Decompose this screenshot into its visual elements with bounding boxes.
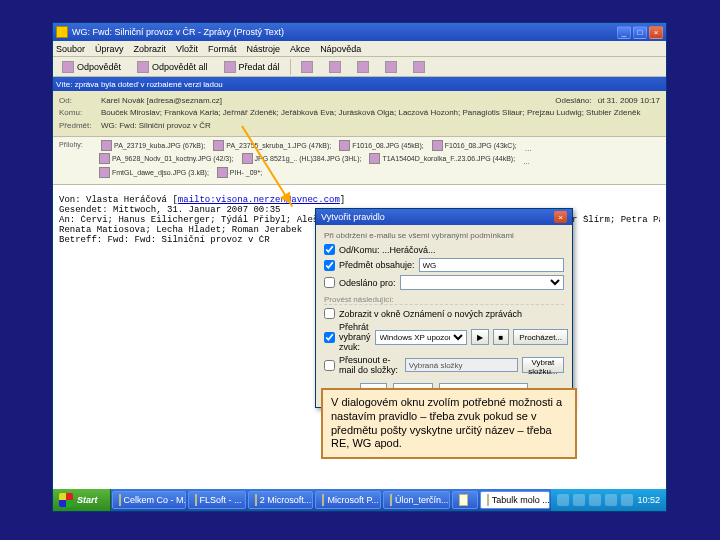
banner-label: Víte: zpráva byla doteď v rozbalené verz… xyxy=(56,80,223,89)
sent-value: út 31. 2009 10:17 xyxy=(598,96,660,106)
callout-box: V dialogovém oknu zvolím potřebné možnos… xyxy=(321,388,577,459)
minimize-button[interactable]: _ xyxy=(617,26,631,39)
print-icon xyxy=(301,61,313,73)
app-task-icon xyxy=(487,494,489,506)
sent-label: Odesláno: xyxy=(555,96,591,106)
attachment-item[interactable]: PA_23755_skruba_1.JPG (47kB); xyxy=(213,140,331,151)
tray-icon[interactable] xyxy=(557,494,569,506)
help-icon xyxy=(413,61,425,73)
attachment-item[interactable]: PIH- _09*; xyxy=(217,167,262,178)
menu-format[interactable]: Formát xyxy=(208,44,237,54)
titlebar: WG: Fwd: Silniční provoz v ČR - Zprávy (… xyxy=(53,23,666,41)
sound-stop-button[interactable]: ■ xyxy=(493,329,510,345)
attachment-item[interactable]: PIH.4978.JPG070_withs.JPG (44kB); xyxy=(523,153,652,164)
task-item[interactable]: Celkem Co - M... xyxy=(112,491,186,509)
subject-checkbox[interactable] xyxy=(324,260,335,271)
reply-all-icon xyxy=(137,61,149,73)
start-button[interactable]: Start xyxy=(53,489,111,511)
forward-icon xyxy=(224,61,236,73)
forward-button[interactable]: Předat dál xyxy=(218,59,286,75)
tray-icon[interactable] xyxy=(573,494,585,506)
email-link[interactable]: mailto:visona.nerzen@avnec.com xyxy=(178,195,340,205)
reply-all-label: Odpovědět all xyxy=(152,62,208,72)
from-label: Od: xyxy=(59,96,95,106)
toolbar: Odpovědět Odpovědět all Předat dál xyxy=(53,57,666,77)
message-header: Od: Karel Novák [adresa@seznam.cz] Odesl… xyxy=(53,91,666,137)
sound-select[interactable]: Windows XP upozor... xyxy=(375,330,467,345)
system-tray: 10:52 xyxy=(551,489,666,511)
sound-play-button[interactable]: ▶ xyxy=(471,329,489,345)
task-item[interactable]: Úlon_terčín... xyxy=(383,491,450,509)
from-checkbox-label: Od/Komu: ...Heráčová... xyxy=(339,245,436,255)
app-task-icon xyxy=(119,494,121,506)
sound-checkbox[interactable] xyxy=(324,332,335,343)
choose-folder-button[interactable]: Vybrat složku... xyxy=(522,357,564,373)
dialog-title: Vytvořit pravidlo xyxy=(321,212,385,222)
attachment-item[interactable]: PA_9628_Nodv_01_koctny.JPG (42/3); xyxy=(99,153,234,164)
start-label: Start xyxy=(77,495,98,505)
menu-file[interactable]: Soubor xyxy=(56,44,85,54)
maximize-button[interactable]: □ xyxy=(633,26,647,39)
menu-actions[interactable]: Akce xyxy=(290,44,310,54)
from-checkbox[interactable] xyxy=(324,244,335,255)
task-item-active[interactable]: Tabulk molo ... xyxy=(480,491,551,509)
task-item[interactable]: Microsoft P... xyxy=(315,491,381,509)
move-label: Přesunout e-mail do složky: xyxy=(339,355,401,375)
body-line: Von: Vlasta Heráčová [mailto:visona.nerz… xyxy=(59,195,660,205)
menu-edit[interactable]: Úpravy xyxy=(95,44,124,54)
task-item[interactable] xyxy=(452,491,478,509)
close-button[interactable]: × xyxy=(649,26,663,39)
delete-button[interactable] xyxy=(323,59,347,75)
reply-all-button[interactable]: Odpovědět all xyxy=(131,59,214,75)
sent-to-label: Odesláno pro: xyxy=(339,278,396,288)
menubar: Soubor Úpravy Zobrazit Vložit Formát Nás… xyxy=(53,41,666,57)
attachment-item[interactable]: F1016_programme_knihy_GB (46kB); xyxy=(525,140,656,151)
callout-text: V dialogovém oknu zvolím potřebné možnos… xyxy=(331,396,562,449)
alert-checkbox[interactable] xyxy=(324,308,335,319)
dialog-close-button[interactable]: × xyxy=(554,211,567,223)
menu-tools[interactable]: Nástroje xyxy=(247,44,281,54)
task-item[interactable]: 2 Microsoft... xyxy=(248,491,314,509)
tray-icon[interactable] xyxy=(589,494,601,506)
tray-icon[interactable] xyxy=(605,494,617,506)
app-task-icon xyxy=(459,494,468,506)
reply-label: Odpovědět xyxy=(77,62,121,72)
app-task-icon xyxy=(255,494,257,506)
menu-insert[interactable]: Vložit xyxy=(176,44,198,54)
attachment-item[interactable]: F1016_08.JPG (43kC); xyxy=(432,140,517,151)
reply-button[interactable]: Odpovědět xyxy=(56,59,127,75)
app-window: WG: Fwd: Silniční provoz v ČR - Zprávy (… xyxy=(52,22,667,512)
subject-checkbox-label: Předmět obsahuje: xyxy=(339,260,415,270)
app-task-icon xyxy=(195,494,197,506)
message-banner: Víte: zpráva byla doteď v rozbalené verz… xyxy=(53,77,666,91)
print-button[interactable] xyxy=(295,59,319,75)
taskbar: Start Celkem Co - M... FLSoft - ... 2 Mi… xyxy=(53,489,666,511)
move-icon xyxy=(385,61,397,73)
sent-to-select[interactable] xyxy=(400,275,564,290)
folder-display xyxy=(405,358,518,372)
attachment-item[interactable]: T1A15404D_korolka_F..23.06.JPG (44kB); xyxy=(369,153,515,164)
subject-input[interactable] xyxy=(419,258,564,272)
toolbar-more1[interactable] xyxy=(351,59,375,75)
task-item[interactable]: FLSoft - ... xyxy=(188,491,246,509)
dialog-body: Při obdržení e-mailu se všemi vybranými … xyxy=(316,225,572,407)
move-checkbox[interactable] xyxy=(324,360,335,371)
tray-icon[interactable] xyxy=(621,494,633,506)
attachments-line3: FmtGL_dawe_djso.JPG (3.kB); PIH- _09*; xyxy=(59,167,660,181)
task-label: Microsoft P... xyxy=(327,495,378,505)
menu-help[interactable]: Nápověda xyxy=(320,44,361,54)
delete-icon xyxy=(329,61,341,73)
toolbar-more3[interactable] xyxy=(407,59,431,75)
sent-to-checkbox[interactable] xyxy=(324,277,335,288)
menu-view[interactable]: Zobrazit xyxy=(134,44,167,54)
attachments-label: Přílohy: xyxy=(59,140,95,153)
attachments-area: Přílohy: PA_23719_kuba.JPG (67kB); PA_23… xyxy=(53,137,666,185)
app-task-icon xyxy=(390,494,392,506)
task-label: 2 Microsoft... xyxy=(260,495,312,505)
browse-button[interactable]: Procházet... xyxy=(513,329,568,345)
attachment-item[interactable]: PA_23719_kuba.JPG (67kB); xyxy=(101,140,205,151)
toolbar-more2[interactable] xyxy=(379,59,403,75)
clock[interactable]: 10:52 xyxy=(637,495,660,505)
attachment-item[interactable]: F1016_08.JPG (45kB); xyxy=(339,140,424,151)
attachment-item[interactable]: FmtGL_dawe_djso.JPG (3.kB); xyxy=(99,167,209,178)
